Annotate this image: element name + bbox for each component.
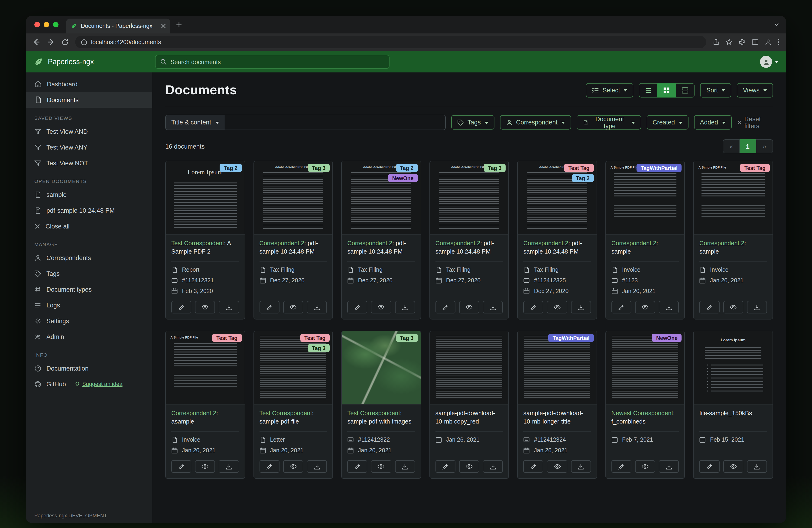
view-document-button[interactable]: [459, 301, 479, 313]
edit-document-button[interactable]: [171, 460, 191, 473]
tag-badge[interactable]: TagWithPartial: [637, 164, 682, 172]
sidebar-item-documentation[interactable]: Documentation: [26, 360, 152, 376]
views-dropdown-button[interactable]: Views: [737, 83, 773, 97]
tag-badge[interactable]: Tag 2: [396, 164, 418, 172]
sidebar-item-documents[interactable]: Documents: [26, 92, 152, 108]
search-input[interactable]: [170, 58, 385, 65]
edit-document-button[interactable]: [523, 460, 543, 473]
edit-document-button[interactable]: [523, 301, 543, 313]
document-thumbnail[interactable]: Lorem ipsum: [694, 331, 772, 404]
download-document-button[interactable]: [219, 301, 239, 313]
reload-button[interactable]: [61, 38, 69, 46]
view-document-button[interactable]: [547, 301, 567, 313]
global-search[interactable]: [155, 55, 390, 69]
tag-badge[interactable]: TagWithPartial: [549, 334, 594, 342]
document-thumbnail[interactable]: Test TagTag 3: [254, 331, 332, 404]
correspondent-link[interactable]: Correspondent 2: [347, 240, 392, 246]
document-thumbnail[interactable]: A Simple PDF File Test Tag: [694, 161, 772, 234]
document-thumbnail[interactable]: NewOne: [606, 331, 684, 404]
tag-badge[interactable]: Test Tag: [740, 164, 770, 172]
tag-badge[interactable]: Test Tag: [564, 164, 594, 172]
sidebar-item-github[interactable]: GitHub Suggest an idea: [26, 376, 152, 392]
tag-badge[interactable]: NewOne: [652, 334, 682, 342]
tab-close-icon[interactable]: [161, 24, 166, 28]
edit-document-button[interactable]: [347, 301, 367, 313]
document-thumbnail[interactable]: A Simple PDF File TagWithPartial: [606, 161, 684, 234]
tag-badge[interactable]: Tag 3: [308, 164, 330, 172]
tag-badge[interactable]: Tag 2: [572, 174, 594, 182]
suggest-an-idea-link[interactable]: Suggest an idea: [75, 381, 122, 387]
side-panel-icon[interactable]: [752, 39, 759, 45]
sidebar-item-open-doc-sample[interactable]: sample: [26, 187, 152, 202]
correspondent-link[interactable]: Correspondent 2: [435, 240, 480, 246]
correspondent-link[interactable]: Correspondent 2: [611, 240, 656, 246]
document-thumbnail[interactable]: Adobe Acrobat PDF Files Tag 2NewOne: [342, 161, 420, 234]
tag-badge[interactable]: Tag 3: [396, 334, 418, 342]
tag-badge[interactable]: Test Tag: [300, 334, 330, 342]
document-type-filter-button[interactable]: Document type: [577, 115, 641, 130]
view-document-button[interactable]: [371, 460, 391, 473]
view-document-button[interactable]: [283, 301, 303, 313]
view-document-button[interactable]: [635, 460, 655, 473]
correspondent-link[interactable]: Test Correspondent: [171, 240, 224, 246]
view-document-button[interactable]: [723, 460, 743, 473]
browser-tab[interactable]: Documents - Paperless-ngx: [66, 18, 170, 33]
download-document-button[interactable]: [659, 460, 679, 473]
account-menu[interactable]: [760, 56, 779, 68]
edit-document-button[interactable]: [435, 460, 455, 473]
browser-profile-icon[interactable]: [765, 39, 772, 45]
view-document-button[interactable]: [547, 460, 567, 473]
view-document-button[interactable]: [195, 460, 215, 473]
download-document-button[interactable]: [219, 460, 239, 473]
correspondent-link[interactable]: Test Correspondent: [259, 410, 312, 416]
site-info-icon[interactable]: [81, 39, 87, 45]
document-thumbnail[interactable]: Adobe Acrobat PDF Files Tag 3: [430, 161, 508, 234]
sidebar-item-logs[interactable]: Logs: [26, 297, 152, 313]
edit-document-button[interactable]: [699, 301, 720, 313]
edit-document-button[interactable]: [611, 301, 632, 313]
edit-document-button[interactable]: [259, 301, 279, 313]
correspondent-filter-button[interactable]: Correspondent: [500, 115, 571, 130]
tag-badge[interactable]: Tag 3: [484, 164, 506, 172]
tag-badge[interactable]: Test Tag: [212, 334, 242, 342]
document-thumbnail[interactable]: Tag 3: [342, 331, 420, 404]
download-document-button[interactable]: [483, 301, 503, 313]
display-large-cards-button[interactable]: [676, 83, 695, 97]
pagination-next-button[interactable]: »: [756, 139, 773, 153]
correspondent-link[interactable]: Correspondent 2: [259, 240, 304, 246]
tab-search-chevron-icon[interactable]: [774, 22, 780, 27]
minimize-window-button[interactable]: [44, 22, 49, 27]
share-icon[interactable]: [713, 39, 720, 45]
sidebar-item-close-all[interactable]: Close all: [26, 218, 152, 234]
extensions-puzzle-icon[interactable]: [739, 39, 745, 45]
title-content-dropdown-button[interactable]: Title & content: [165, 115, 225, 130]
download-document-button[interactable]: [395, 301, 415, 313]
edit-document-button[interactable]: [435, 301, 455, 313]
download-document-button[interactable]: [483, 460, 503, 473]
browser-menu-kebab-icon[interactable]: [778, 39, 780, 45]
view-document-button[interactable]: [283, 460, 303, 473]
sidebar-item-tags[interactable]: Tags: [26, 266, 152, 282]
edit-document-button[interactable]: [171, 301, 191, 313]
document-thumbnail[interactable]: A Simple PDF File Test Tag: [166, 331, 244, 404]
download-document-button[interactable]: [659, 301, 679, 313]
download-document-button[interactable]: [395, 460, 415, 473]
download-document-button[interactable]: [571, 460, 591, 473]
correspondent-link[interactable]: Correspondent 2: [699, 240, 744, 246]
sort-dropdown-button[interactable]: Sort: [700, 83, 731, 97]
bookmark-star-icon[interactable]: [726, 39, 733, 45]
download-document-button[interactable]: [307, 460, 327, 473]
tag-badge[interactable]: NewOne: [388, 174, 418, 182]
added-filter-button[interactable]: Added: [694, 115, 731, 130]
filter-text-input[interactable]: [225, 115, 446, 130]
document-thumbnail[interactable]: [430, 331, 508, 404]
tag-badge[interactable]: Tag 3: [308, 344, 330, 352]
reset-filters-button[interactable]: Reset filters: [737, 115, 773, 129]
download-document-button[interactable]: [571, 301, 591, 313]
download-document-button[interactable]: [747, 301, 767, 313]
edit-document-button[interactable]: [259, 460, 279, 473]
view-document-button[interactable]: [459, 460, 479, 473]
edit-document-button[interactable]: [699, 460, 720, 473]
forward-button[interactable]: [47, 38, 55, 46]
correspondent-link[interactable]: Newest Correspondent: [611, 410, 673, 416]
